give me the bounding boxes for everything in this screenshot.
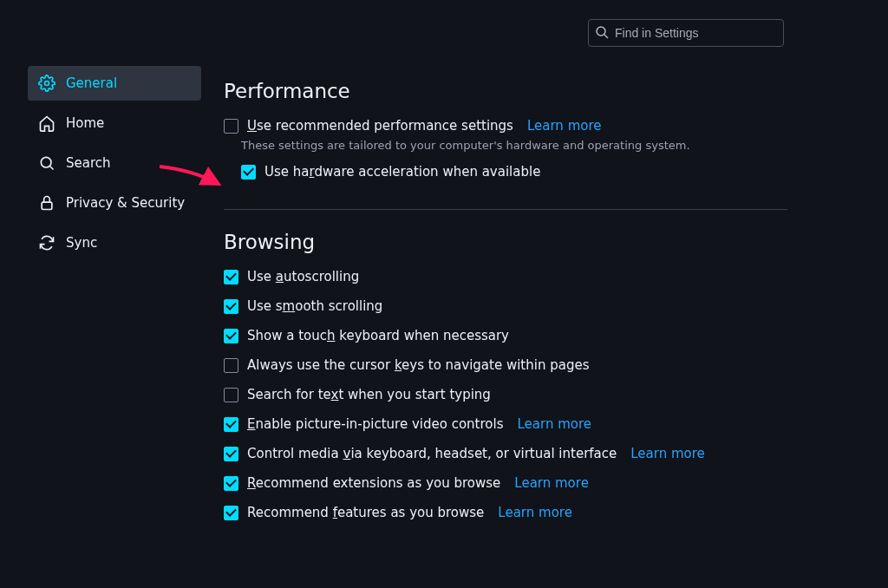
sidebar-item-label: Home <box>66 115 104 131</box>
search-container <box>588 19 784 47</box>
svg-rect-5 <box>42 202 52 209</box>
browsing-item-2: Show a touch keyboard when necessary <box>224 328 787 343</box>
browsing-checkbox-0[interactable] <box>224 270 238 284</box>
sidebar-item-label: General <box>66 75 117 91</box>
browsing-label-1: Use smooth scrolling <box>247 298 382 314</box>
browsing-learn-more-6[interactable]: Learn more <box>630 446 705 461</box>
sidebar-item-search[interactable]: Search <box>28 146 201 180</box>
browsing-checkbox-4[interactable] <box>224 388 238 402</box>
svg-line-1 <box>604 35 608 38</box>
search-icon <box>595 25 609 39</box>
sidebar: General Home Search Privacy & Security S… <box>28 66 201 265</box>
browsing-checkbox-6[interactable] <box>224 447 238 461</box>
browsing-item-6: Control media via keyboard, headset, or … <box>224 446 787 461</box>
browsing-item-8: Recommend features as you browseLearn mo… <box>224 505 787 520</box>
sync-icon <box>38 234 56 252</box>
lock-icon <box>38 194 56 212</box>
use-recommended-label: Use recommended performance settings <box>247 118 513 134</box>
sidebar-item-label: Privacy & Security <box>66 195 185 211</box>
home-icon <box>38 114 56 132</box>
browsing-learn-more-8[interactable]: Learn more <box>498 505 572 520</box>
sidebar-item-sync[interactable]: Sync <box>28 225 201 260</box>
browsing-label-6: Control media via keyboard, headset, or … <box>247 446 617 461</box>
browsing-item-3: Always use the cursor keys to navigate w… <box>224 357 787 373</box>
browsing-item-4: Search for text when you start typing <box>224 387 787 402</box>
browsing-checkbox-3[interactable] <box>224 358 238 373</box>
use-recommended-row: Use recommended performance settings Lea… <box>224 118 787 134</box>
use-recommended-checkbox[interactable] <box>224 119 238 134</box>
hw-accel-row: Use hardware acceleration when available <box>241 164 787 180</box>
browsing-item-5: Enable picture-in-picture video controls… <box>224 416 787 432</box>
sidebar-item-privacy[interactable]: Privacy & Security <box>28 186 201 220</box>
hw-accel-checkbox[interactable] <box>241 165 256 180</box>
browsing-checkbox-7[interactable] <box>224 476 238 491</box>
browsing-item-7: Recommend extensions as you browseLearn … <box>224 475 787 491</box>
browsing-checkbox-2[interactable] <box>224 329 238 343</box>
browsing-label-2: Show a touch keyboard when necessary <box>247 328 509 343</box>
browsing-learn-more-5[interactable]: Learn more <box>517 416 591 432</box>
performance-desc: These settings are tailored to your comp… <box>241 139 787 152</box>
browsing-heading: Browsing <box>224 231 787 253</box>
svg-point-3 <box>41 157 51 167</box>
sidebar-item-label: Search <box>66 155 111 171</box>
svg-point-0 <box>597 27 605 36</box>
search-icon <box>38 154 56 172</box>
main-content: Performance Use recommended performance … <box>224 80 787 534</box>
svg-line-4 <box>50 167 54 170</box>
browsing-checkbox-5[interactable] <box>224 417 238 432</box>
browsing-learn-more-7[interactable]: Learn more <box>514 475 589 491</box>
browsing-checkbox-8[interactable] <box>224 506 238 520</box>
browsing-checkbox-1[interactable] <box>224 299 238 314</box>
hw-accel-label: Use hardware acceleration when available <box>264 164 540 180</box>
sidebar-item-general[interactable]: General <box>28 66 201 101</box>
browsing-item-1: Use smooth scrolling <box>224 298 787 314</box>
browsing-label-7: Recommend extensions as you browse <box>247 475 500 491</box>
browsing-label-5: Enable picture-in-picture video controls <box>247 416 503 432</box>
browsing-label-8: Recommend features as you browse <box>247 505 484 520</box>
search-input[interactable] <box>588 19 784 47</box>
sidebar-item-label: Sync <box>66 235 97 251</box>
browsing-label-4: Search for text when you start typing <box>247 387 491 402</box>
browsing-label-0: Use autoscrolling <box>247 269 359 284</box>
sidebar-item-home[interactable]: Home <box>28 106 201 140</box>
divider <box>224 209 787 210</box>
browsing-item-0: Use autoscrolling <box>224 269 787 284</box>
use-recommended-learn-more[interactable]: Learn more <box>527 118 602 134</box>
performance-heading: Performance <box>224 80 787 102</box>
browsing-label-3: Always use the cursor keys to navigate w… <box>247 357 589 373</box>
gear-icon <box>38 75 56 92</box>
svg-point-2 <box>45 82 49 86</box>
